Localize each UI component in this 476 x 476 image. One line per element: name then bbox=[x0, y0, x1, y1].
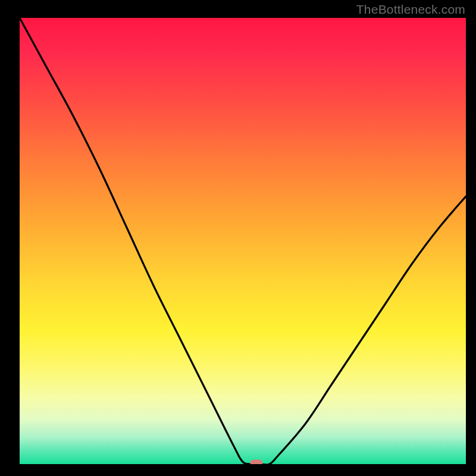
bottleneck-curve bbox=[20, 18, 466, 464]
minimum-marker bbox=[250, 459, 262, 464]
plot-area bbox=[20, 18, 466, 464]
watermark-text: TheBottleneck.com bbox=[356, 2, 465, 17]
chart-frame: TheBottleneck.com bbox=[0, 0, 476, 476]
